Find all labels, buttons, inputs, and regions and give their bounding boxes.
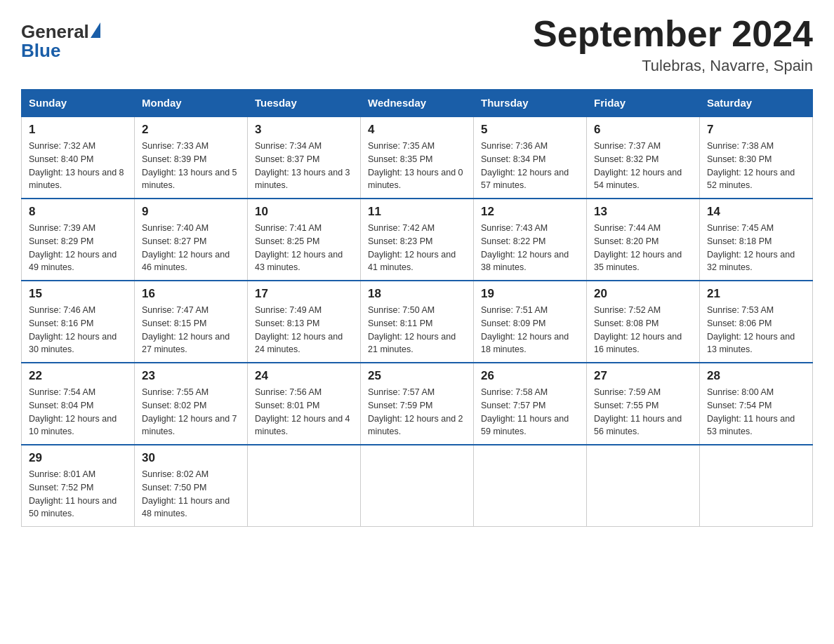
calendar-day-cell: 6 Sunrise: 7:37 AMSunset: 8:32 PMDayligh… <box>587 116 700 199</box>
day-number: 24 <box>255 369 353 383</box>
calendar-table: Sunday Monday Tuesday Wednesday Thursday… <box>21 89 813 527</box>
logo-triangle-icon <box>91 22 100 38</box>
day-info: Sunrise: 7:42 AMSunset: 8:23 PMDaylight:… <box>368 223 456 272</box>
col-sunday: Sunday <box>22 90 135 117</box>
calendar-day-cell: 5 Sunrise: 7:36 AMSunset: 8:34 PMDayligh… <box>474 116 587 199</box>
calendar-day-cell: 1 Sunrise: 7:32 AMSunset: 8:40 PMDayligh… <box>22 116 135 199</box>
day-number: 16 <box>142 287 240 301</box>
calendar-day-cell <box>361 445 474 527</box>
day-info: Sunrise: 7:39 AMSunset: 8:29 PMDaylight:… <box>29 223 117 272</box>
day-info: Sunrise: 7:58 AMSunset: 7:57 PMDaylight:… <box>481 387 569 436</box>
calendar-week-row: 29 Sunrise: 8:01 AMSunset: 7:52 PMDaylig… <box>22 445 813 527</box>
day-number: 11 <box>368 205 466 219</box>
day-info: Sunrise: 7:51 AMSunset: 8:09 PMDaylight:… <box>481 305 569 354</box>
day-number: 17 <box>255 287 353 301</box>
day-number: 23 <box>142 369 240 383</box>
col-saturday: Saturday <box>700 90 813 117</box>
day-number: 30 <box>142 451 240 465</box>
logo: General Blue <box>21 21 100 62</box>
calendar-day-cell <box>248 445 361 527</box>
day-info: Sunrise: 7:32 AMSunset: 8:40 PMDaylight:… <box>29 141 124 190</box>
calendar-week-row: 1 Sunrise: 7:32 AMSunset: 8:40 PMDayligh… <box>22 116 813 199</box>
day-number: 2 <box>142 123 240 137</box>
col-wednesday: Wednesday <box>361 90 474 117</box>
day-info: Sunrise: 7:43 AMSunset: 8:22 PMDaylight:… <box>481 223 569 272</box>
day-number: 22 <box>29 369 127 383</box>
col-monday: Monday <box>135 90 248 117</box>
day-number: 21 <box>707 287 805 301</box>
calendar-day-cell: 29 Sunrise: 8:01 AMSunset: 7:52 PMDaylig… <box>22 445 135 527</box>
day-info: Sunrise: 8:02 AMSunset: 7:50 PMDaylight:… <box>142 469 230 518</box>
calendar-day-cell: 20 Sunrise: 7:52 AMSunset: 8:08 PMDaylig… <box>587 281 700 363</box>
day-number: 13 <box>594 205 692 219</box>
day-info: Sunrise: 7:50 AMSunset: 8:11 PMDaylight:… <box>368 305 456 354</box>
calendar-week-row: 22 Sunrise: 7:54 AMSunset: 8:04 PMDaylig… <box>22 363 813 445</box>
logo-blue-text: Blue <box>21 40 100 62</box>
calendar-day-cell: 2 Sunrise: 7:33 AMSunset: 8:39 PMDayligh… <box>135 116 248 199</box>
day-number: 1 <box>29 123 127 137</box>
day-info: Sunrise: 7:54 AMSunset: 8:04 PMDaylight:… <box>29 387 117 436</box>
logo-wordmark: General Blue <box>21 21 100 62</box>
calendar-day-cell: 9 Sunrise: 7:40 AMSunset: 8:27 PMDayligh… <box>135 199 248 281</box>
day-number: 27 <box>594 369 692 383</box>
day-number: 25 <box>368 369 466 383</box>
day-number: 7 <box>707 123 805 137</box>
calendar-day-cell: 13 Sunrise: 7:44 AMSunset: 8:20 PMDaylig… <box>587 199 700 281</box>
calendar-week-row: 15 Sunrise: 7:46 AMSunset: 8:16 PMDaylig… <box>22 281 813 363</box>
calendar-day-cell: 30 Sunrise: 8:02 AMSunset: 7:50 PMDaylig… <box>135 445 248 527</box>
day-number: 29 <box>29 451 127 465</box>
calendar-day-cell: 24 Sunrise: 7:56 AMSunset: 8:01 PMDaylig… <box>248 363 361 445</box>
calendar-day-cell: 4 Sunrise: 7:35 AMSunset: 8:35 PMDayligh… <box>361 116 474 199</box>
day-number: 3 <box>255 123 353 137</box>
calendar-day-cell: 8 Sunrise: 7:39 AMSunset: 8:29 PMDayligh… <box>22 199 135 281</box>
day-number: 20 <box>594 287 692 301</box>
day-info: Sunrise: 7:33 AMSunset: 8:39 PMDaylight:… <box>142 141 237 190</box>
day-number: 4 <box>368 123 466 137</box>
day-info: Sunrise: 7:46 AMSunset: 8:16 PMDaylight:… <box>29 305 117 354</box>
day-number: 15 <box>29 287 127 301</box>
calendar-day-cell: 15 Sunrise: 7:46 AMSunset: 8:16 PMDaylig… <box>22 281 135 363</box>
calendar-day-cell <box>474 445 587 527</box>
day-info: Sunrise: 8:00 AMSunset: 7:54 PMDaylight:… <box>707 387 795 436</box>
day-number: 19 <box>481 287 579 301</box>
col-thursday: Thursday <box>474 90 587 117</box>
calendar-day-cell: 11 Sunrise: 7:42 AMSunset: 8:23 PMDaylig… <box>361 199 474 281</box>
day-info: Sunrise: 7:36 AMSunset: 8:34 PMDaylight:… <box>481 141 569 190</box>
calendar-day-cell: 22 Sunrise: 7:54 AMSunset: 8:04 PMDaylig… <box>22 363 135 445</box>
calendar-day-cell: 23 Sunrise: 7:55 AMSunset: 8:02 PMDaylig… <box>135 363 248 445</box>
day-number: 28 <box>707 369 805 383</box>
calendar-day-cell: 16 Sunrise: 7:47 AMSunset: 8:15 PMDaylig… <box>135 281 248 363</box>
calendar-day-cell: 17 Sunrise: 7:49 AMSunset: 8:13 PMDaylig… <box>248 281 361 363</box>
day-info: Sunrise: 7:52 AMSunset: 8:08 PMDaylight:… <box>594 305 682 354</box>
day-info: Sunrise: 7:34 AMSunset: 8:37 PMDaylight:… <box>255 141 350 190</box>
day-info: Sunrise: 7:57 AMSunset: 7:59 PMDaylight:… <box>368 387 463 436</box>
day-info: Sunrise: 7:55 AMSunset: 8:02 PMDaylight:… <box>142 387 237 436</box>
col-tuesday: Tuesday <box>248 90 361 117</box>
calendar-day-cell: 18 Sunrise: 7:50 AMSunset: 8:11 PMDaylig… <box>361 281 474 363</box>
day-number: 6 <box>594 123 692 137</box>
col-friday: Friday <box>587 90 700 117</box>
calendar-day-cell: 14 Sunrise: 7:45 AMSunset: 8:18 PMDaylig… <box>700 199 813 281</box>
calendar-day-cell: 12 Sunrise: 7:43 AMSunset: 8:22 PMDaylig… <box>474 199 587 281</box>
day-info: Sunrise: 7:38 AMSunset: 8:30 PMDaylight:… <box>707 141 795 190</box>
day-info: Sunrise: 7:47 AMSunset: 8:15 PMDaylight:… <box>142 305 230 354</box>
day-number: 9 <box>142 205 240 219</box>
day-info: Sunrise: 7:35 AMSunset: 8:35 PMDaylight:… <box>368 141 463 190</box>
calendar-day-cell: 7 Sunrise: 7:38 AMSunset: 8:30 PMDayligh… <box>700 116 813 199</box>
day-info: Sunrise: 7:45 AMSunset: 8:18 PMDaylight:… <box>707 223 795 272</box>
day-number: 10 <box>255 205 353 219</box>
calendar-day-cell <box>587 445 700 527</box>
calendar-day-cell: 25 Sunrise: 7:57 AMSunset: 7:59 PMDaylig… <box>361 363 474 445</box>
day-info: Sunrise: 7:41 AMSunset: 8:25 PMDaylight:… <box>255 223 343 272</box>
calendar-header-row: Sunday Monday Tuesday Wednesday Thursday… <box>22 90 813 117</box>
day-number: 12 <box>481 205 579 219</box>
day-info: Sunrise: 8:01 AMSunset: 7:52 PMDaylight:… <box>29 469 117 518</box>
calendar-day-cell <box>700 445 813 527</box>
calendar-week-row: 8 Sunrise: 7:39 AMSunset: 8:29 PMDayligh… <box>22 199 813 281</box>
page-header: General Blue September 2024 Tulebras, Na… <box>21 14 813 75</box>
calendar-day-cell: 10 Sunrise: 7:41 AMSunset: 8:25 PMDaylig… <box>248 199 361 281</box>
day-info: Sunrise: 7:40 AMSunset: 8:27 PMDaylight:… <box>142 223 230 272</box>
calendar-title: September 2024 <box>533 14 813 54</box>
calendar-subtitle: Tulebras, Navarre, Spain <box>533 57 813 75</box>
calendar-day-cell: 3 Sunrise: 7:34 AMSunset: 8:37 PMDayligh… <box>248 116 361 199</box>
